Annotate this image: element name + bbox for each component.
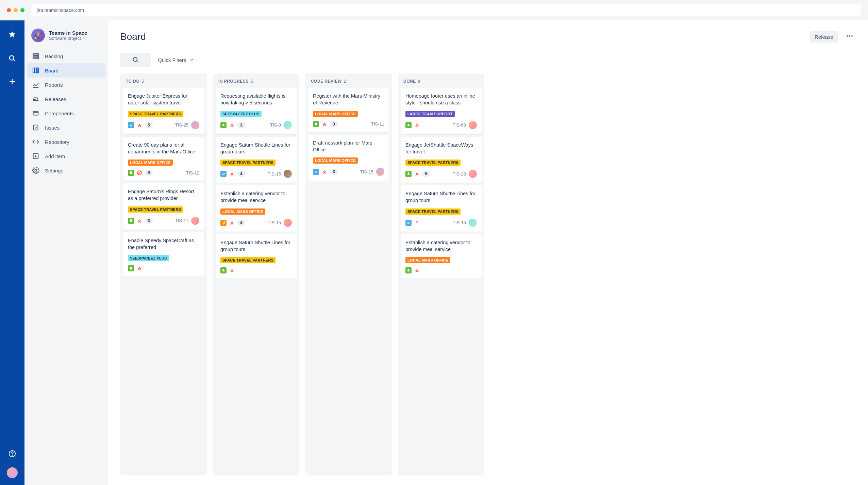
issue-type-icon: [128, 170, 134, 176]
sidebar-item-reports[interactable]: Reports: [27, 78, 105, 92]
epic-label: SEESPACEEZ PLUS: [220, 111, 262, 117]
svg-rect-8: [33, 57, 39, 59]
release-button[interactable]: Release: [810, 31, 838, 43]
issue-key: TIS-17: [175, 218, 188, 223]
issue-card[interactable]: Engage Saturn Shuttle Lines for group to…: [216, 137, 297, 183]
priority-icon: [414, 268, 420, 273]
sidebar-item-label: Backlog: [45, 53, 63, 59]
issue-key: TIS-15: [360, 169, 373, 174]
issue-card[interactable]: Engage JetShuttle SpaceWays for travel S…: [401, 137, 482, 183]
svg-rect-7: [33, 55, 39, 57]
issue-card[interactable]: Homepage footer uses an inline style - s…: [401, 88, 482, 134]
issue-card[interactable]: Engage Saturn's Rings Resort as a prefer…: [123, 183, 204, 230]
kanban-board: TO DO 5Engage Jupiter Express for outer …: [120, 73, 856, 475]
assignee-avatar: [191, 217, 199, 225]
issue-card[interactable]: Draft network plan for Mars Office LOCAL…: [308, 135, 389, 181]
issue-card[interactable]: Establish a catering vendor to provide m…: [401, 234, 482, 279]
svg-line-25: [138, 171, 141, 174]
issue-card[interactable]: Engage Jupiter Express for outer solar s…: [123, 88, 204, 134]
sidebar-item-components[interactable]: Components: [27, 106, 105, 120]
priority-icon: [229, 122, 235, 128]
issue-card[interactable]: Establish a catering vendor to provide m…: [216, 185, 297, 232]
board-column: CODE REVIEW 2Register with the Mars Mini…: [305, 73, 392, 475]
chevron-down-icon: [189, 57, 194, 62]
project-avatar-icon: 🚀: [31, 29, 45, 42]
board-icon: [32, 67, 39, 74]
svg-point-21: [851, 35, 853, 37]
epic-label: LOCAL MARS OFFICE: [405, 257, 450, 263]
browser-chrome: jira.teamsinspace.com: [0, 0, 868, 20]
issue-card[interactable]: Register with the Mars Ministry of Reven…: [308, 88, 389, 132]
issue-type-icon: [405, 267, 412, 273]
issue-key: TIS-15: [268, 220, 281, 225]
sidebar-item-board[interactable]: Board: [27, 63, 105, 78]
sidebar-item-releases[interactable]: Releases: [27, 92, 105, 106]
sidebar-item-settings[interactable]: Settings: [27, 163, 105, 178]
issue-key: TIS-25: [175, 122, 188, 128]
sidebar-item-backlog[interactable]: Backlog: [27, 49, 105, 63]
releases-icon: [32, 95, 39, 103]
page-header: Board Release: [120, 30, 856, 44]
card-title: Engage Saturn's Rings Resort as a prefer…: [128, 188, 199, 202]
story-points-badge: 4: [237, 171, 245, 177]
issue-key: TIS-68: [453, 122, 466, 128]
issue-card[interactable]: Engage Saturn Shuttle Lines for group to…: [401, 185, 482, 232]
story-points-badge: 3: [237, 122, 245, 128]
sidebar-item-add-item[interactable]: Add item: [27, 149, 105, 163]
epic-label: SEESPACEEZ PLUS: [128, 255, 169, 261]
assignee-avatar: [469, 121, 477, 129]
sidebar-item-label: Releases: [45, 96, 66, 102]
filters-bar: Quick Filters: [120, 53, 856, 67]
project-type: Software project: [49, 36, 87, 41]
minimize-window-icon[interactable]: [14, 8, 18, 12]
issue-type-icon: [313, 169, 319, 175]
issue-key: TIS-8: [270, 122, 281, 128]
svg-point-20: [849, 35, 850, 37]
card-title: Establish a catering vendor to provide m…: [220, 190, 292, 204]
jira-logo-icon[interactable]: [5, 29, 19, 42]
create-icon[interactable]: [5, 75, 19, 88]
priority-icon: [137, 218, 142, 223]
story-points-badge: 9: [145, 170, 153, 176]
repository-icon: [32, 138, 39, 146]
assignee-avatar: [191, 121, 199, 129]
priority-icon: [322, 169, 327, 174]
card-title: Draft network plan for Mars Office: [313, 139, 384, 153]
sidebar-item-label: Components: [45, 111, 74, 116]
priority-icon: [229, 268, 235, 273]
sidebar-item-repository[interactable]: Repository: [27, 135, 105, 149]
issue-type-icon: [405, 171, 412, 177]
column-header: CODE REVIEW 2: [308, 78, 389, 88]
issue-card[interactable]: Requesting available flights is now taki…: [216, 88, 297, 134]
maximize-window-icon[interactable]: [20, 8, 24, 12]
svg-point-0: [10, 56, 14, 60]
search-icon[interactable]: [5, 52, 19, 65]
search-input[interactable]: [120, 53, 151, 67]
column-header: DONE 8: [401, 78, 482, 88]
column-count: 5: [141, 79, 144, 84]
issue-card[interactable]: Engage Saturn Shuttle Lines for group to…: [216, 234, 297, 279]
svg-rect-6: [33, 54, 39, 55]
more-menu-icon[interactable]: [844, 30, 856, 44]
priority-icon: [229, 171, 235, 177]
close-window-icon[interactable]: [7, 8, 11, 12]
quick-filters-dropdown[interactable]: Quick Filters: [158, 57, 194, 63]
global-navigation-rail: [0, 20, 24, 485]
story-points-badge: 3: [145, 218, 153, 224]
project-header: 🚀 Teams in Space Software project: [27, 29, 105, 49]
issue-card[interactable]: Enable Speedy SpaceCraft as the preferre…: [123, 232, 204, 277]
help-icon[interactable]: [5, 447, 19, 461]
issue-card[interactable]: Create 90 day plans for all departments …: [123, 137, 204, 181]
epic-label: SPACE TRAVEL PARTNERS: [220, 160, 276, 166]
svg-rect-9: [33, 68, 35, 73]
sidebar-item-issues[interactable]: Issues: [27, 120, 105, 135]
assignee-avatar: [284, 219, 292, 227]
priority-icon: [414, 171, 420, 177]
sidebar-item-label: Repository: [45, 139, 69, 145]
url-bar[interactable]: jira.teamsinspace.com: [31, 4, 861, 16]
epic-label: SPACE TRAVEL PARTNERS: [405, 208, 461, 215]
svg-rect-10: [35, 68, 37, 73]
column-count: 8: [418, 79, 420, 84]
profile-avatar[interactable]: [7, 467, 18, 478]
epic-label: LARGE TEAM SUPPORT: [405, 111, 455, 117]
